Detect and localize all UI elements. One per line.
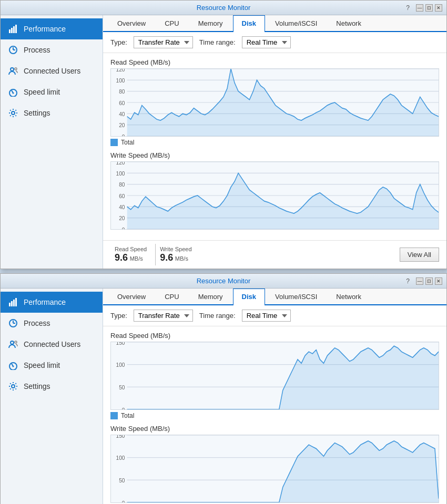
svg-text:80: 80 xyxy=(119,88,125,95)
help-button[interactable]: ? xyxy=(406,277,410,285)
tab-cpu[interactable]: CPU xyxy=(156,289,188,304)
svg-text:60: 60 xyxy=(119,192,125,199)
svg-rect-44 xyxy=(11,301,13,306)
tab-network[interactable]: Network xyxy=(327,15,370,31)
chart-section-write-speed-2: Write Speed (MB/s) 150100500 xyxy=(110,425,439,503)
process-icon xyxy=(8,318,18,328)
type-select[interactable]: Transfer RateIOPSLatency xyxy=(134,310,193,322)
tab-volume-iscsi[interactable]: Volume/iSCSI xyxy=(266,15,326,31)
svg-text:40: 40 xyxy=(119,110,125,117)
svg-point-55 xyxy=(12,385,15,388)
performance-icon xyxy=(8,297,18,307)
view-all-button[interactable]: View All xyxy=(400,248,439,262)
svg-text:50: 50 xyxy=(119,477,125,484)
chart-legend: Total xyxy=(110,139,439,146)
users-icon xyxy=(8,66,18,76)
chart-title-read-speed-2: Read Speed (MB/s) xyxy=(110,332,439,340)
sidebar-item-process[interactable]: Process xyxy=(1,313,103,334)
svg-rect-45 xyxy=(13,300,15,306)
charts-container: Read Speed (MB/s) 150100500 Total Write … xyxy=(103,326,446,504)
svg-text:80: 80 xyxy=(119,181,125,188)
write-speed-stat: Write Speed 9.6 MB/s xyxy=(156,244,200,265)
sidebar-label-speed-limit: Speed limit xyxy=(24,88,60,96)
settings-icon xyxy=(8,108,18,118)
sidebar-item-speed-limit[interactable]: Speed limit xyxy=(1,355,103,376)
minimize-button[interactable]: — xyxy=(416,4,423,12)
controls-row: Type: Transfer RateIOPSLatency Time rang… xyxy=(103,305,446,326)
tab-bar: OverviewCPUMemoryDiskVolume/iSCSINetwork xyxy=(103,289,446,305)
time-range-select[interactable]: Real Time1 Hour24 Hours xyxy=(242,36,291,48)
controls-row: Type: Transfer RateIOPSLatency Time rang… xyxy=(103,32,446,53)
restore-button[interactable]: ⊡ xyxy=(425,277,433,285)
window-controls: ? — ⊡ ✕ xyxy=(406,277,442,285)
tab-network[interactable]: Network xyxy=(327,289,370,304)
tab-disk[interactable]: Disk xyxy=(233,289,265,305)
chart-wrapper-write-speed: 120100806040200 xyxy=(110,161,439,230)
tab-overview[interactable]: Overview xyxy=(108,15,155,31)
legend-color-box xyxy=(110,139,118,146)
svg-text:0: 0 xyxy=(122,133,125,136)
svg-text:0: 0 xyxy=(122,226,125,229)
chart-section-read-speed-2: Read Speed (MB/s) 150100500 Total xyxy=(110,332,439,419)
svg-text:40: 40 xyxy=(119,203,125,210)
sidebar-label-settings: Settings xyxy=(24,109,50,117)
content-area: OverviewCPUMemoryDiskVolume/iSCSINetwork… xyxy=(103,15,446,269)
window-title: Resource Monitor xyxy=(197,277,251,285)
read-speed-unit: MB/s xyxy=(130,255,143,262)
restore-button[interactable]: ⊡ xyxy=(425,4,433,12)
close-button[interactable]: ✕ xyxy=(435,277,442,285)
sidebar-item-performance[interactable]: Performance xyxy=(1,292,103,313)
chart-legend: Total xyxy=(110,412,439,419)
svg-text:60: 60 xyxy=(119,99,125,106)
svg-text:20: 20 xyxy=(119,215,125,222)
svg-text:150: 150 xyxy=(116,435,125,439)
tab-volume-iscsi[interactable]: Volume/iSCSI xyxy=(266,289,326,304)
tab-disk[interactable]: Disk xyxy=(233,15,265,32)
write-speed-value: 9.6 xyxy=(160,252,173,263)
speed-icon xyxy=(8,360,18,371)
type-label: Type: xyxy=(110,38,127,46)
sidebar-item-connected-users[interactable]: Connected Users xyxy=(1,334,103,355)
tab-memory[interactable]: Memory xyxy=(189,15,232,31)
sidebar: Performance Process Connected Users Spee… xyxy=(1,289,103,504)
time-range-select[interactable]: Real Time1 Hour24 Hours xyxy=(242,310,291,322)
chart-title-write-speed: Write Speed (MB/s) xyxy=(110,151,439,159)
sidebar-label-process: Process xyxy=(24,46,50,54)
type-select[interactable]: Transfer RateIOPSLatency xyxy=(134,36,193,48)
svg-text:100: 100 xyxy=(116,362,125,368)
tab-cpu[interactable]: CPU xyxy=(156,15,188,31)
minimize-button[interactable]: — xyxy=(416,277,423,285)
close-button[interactable]: ✕ xyxy=(435,4,442,12)
legend-color-box xyxy=(110,412,118,419)
sidebar-label-settings: Settings xyxy=(24,382,50,390)
svg-point-50 xyxy=(11,341,14,344)
svg-text:50: 50 xyxy=(119,384,125,390)
sidebar-item-connected-users[interactable]: Connected Users xyxy=(1,60,103,81)
sidebar-item-process[interactable]: Process xyxy=(1,39,103,60)
help-button[interactable]: ? xyxy=(406,4,410,12)
sidebar-label-performance: Performance xyxy=(24,298,66,306)
sidebar-label-performance: Performance xyxy=(24,25,66,33)
chart-title-read-speed: Read Speed (MB/s) xyxy=(110,58,439,66)
svg-text:0: 0 xyxy=(122,406,125,409)
sidebar-item-performance[interactable]: Performance xyxy=(1,18,103,39)
svg-text:20: 20 xyxy=(119,122,125,129)
window-body: Performance Process Connected Users Spee… xyxy=(1,15,446,269)
svg-point-54 xyxy=(13,366,14,367)
tab-memory[interactable]: Memory xyxy=(189,289,232,304)
read-speed-value: 9.6 xyxy=(115,252,128,263)
svg-point-11 xyxy=(13,92,14,94)
users-icon xyxy=(8,339,18,349)
tab-overview[interactable]: Overview xyxy=(108,289,155,304)
window-title: Resource Monitor xyxy=(197,4,251,12)
chart-wrapper-read-speed-2: 150100500 xyxy=(110,342,439,410)
sidebar-item-settings[interactable]: Settings xyxy=(1,376,103,397)
svg-text:120: 120 xyxy=(116,162,125,166)
sidebar-item-speed-limit[interactable]: Speed limit xyxy=(1,81,103,102)
content-area: OverviewCPUMemoryDiskVolume/iSCSINetwork… xyxy=(103,289,446,504)
sidebar-label-process: Process xyxy=(24,319,50,327)
svg-rect-2 xyxy=(13,26,15,33)
sidebar: Performance Process Connected Users Spee… xyxy=(1,15,103,269)
time-range-label: Time range: xyxy=(199,312,236,320)
sidebar-item-settings[interactable]: Settings xyxy=(1,102,103,124)
